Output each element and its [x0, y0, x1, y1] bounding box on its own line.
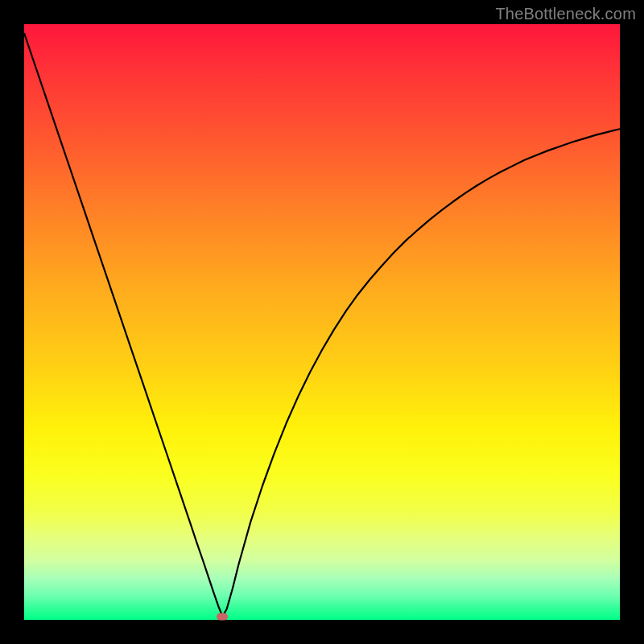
- bottleneck-curve: [24, 33, 620, 616]
- plot-area: [24, 24, 620, 620]
- chart-frame: TheBottleneck.com: [0, 0, 644, 644]
- curve-layer: [24, 24, 620, 620]
- watermark-text: TheBottleneck.com: [495, 5, 636, 23]
- min-marker: [217, 613, 228, 620]
